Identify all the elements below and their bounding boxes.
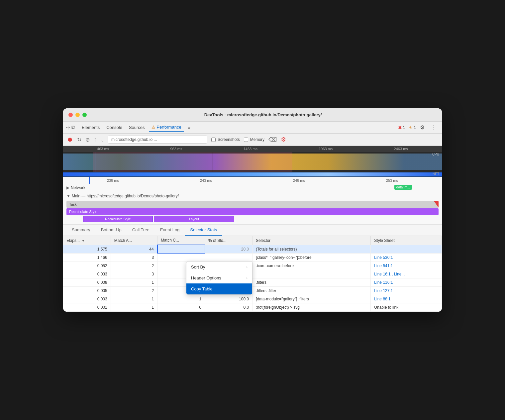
ms-label-1: 463 ms	[97, 147, 109, 151]
recalc-inner-bar: Recalculate Style	[83, 216, 153, 222]
tab-console[interactable]: Console	[104, 124, 125, 131]
sheet-link[interactable]: Line 541:1	[374, 263, 393, 268]
clear-button[interactable]: ⌫	[268, 136, 277, 143]
cell-matcha: 3	[111, 270, 157, 278]
context-menu-copy-table[interactable]: Copy Table	[186, 283, 252, 294]
cell-elapsed: 0.003	[63, 295, 111, 303]
tab-more[interactable]: »	[185, 124, 193, 131]
screenshots-label: Screenshots	[218, 137, 240, 142]
settings-button[interactable]: ⚙	[417, 123, 427, 132]
context-menu-header-options[interactable]: Header Options ›	[186, 272, 252, 283]
cell-selector: .icon--camera::before	[252, 262, 371, 270]
tab-call-tree[interactable]: Call Tree	[127, 225, 155, 236]
error-badge: ✖ 1	[398, 125, 405, 130]
inspect-icon[interactable]: ⊹	[66, 124, 70, 131]
tab-selector-stats[interactable]: Selector Stats	[185, 225, 222, 236]
upload-button[interactable]: ↑	[94, 136, 97, 143]
device-icon[interactable]: ⧉	[71, 125, 75, 131]
sheet-link[interactable]: Line 127:1	[374, 288, 393, 293]
cell-elapsed: 1.466	[63, 253, 111, 262]
data-chip: data:im...	[394, 185, 412, 189]
timeline-time-row: 238 ms 243 ms 248 ms 253 ms	[63, 177, 442, 184]
tab-elements[interactable]: Elements	[79, 124, 102, 131]
settings-perf-button[interactable]: ⚙	[281, 136, 286, 143]
warning-badge: ⚠ 1	[408, 125, 416, 130]
stop-button[interactable]: ⊘	[85, 137, 90, 143]
tab-performance[interactable]: ⚠ Performance	[149, 123, 184, 132]
cell-matchc: 0	[157, 303, 205, 311]
cell-sheet: Unable to link	[371, 303, 442, 311]
time-label-1: 238 ms	[107, 178, 119, 182]
devtools-window: DevTools - microsoftedge.github.io/Demos…	[63, 108, 442, 312]
col-elapsed[interactable]: Elaps... ▼	[63, 236, 111, 245]
sheet-link[interactable]: Line 530:1	[374, 255, 393, 260]
cell-matchc	[157, 245, 205, 253]
timeline-container: 463 ms 963 ms 1463 ms 1963 ms 2463 ms CP…	[63, 146, 442, 177]
col-stylesheet[interactable]: Style Sheet	[371, 236, 442, 245]
error-icon: ✖	[398, 125, 402, 130]
tab-sources[interactable]: Sources	[126, 124, 148, 131]
cell-sheet: Line 541:1	[371, 262, 442, 270]
col-pct[interactable]: % of Slo...	[205, 236, 252, 245]
sheet-link[interactable]: Line 116:1	[374, 280, 393, 285]
memory-checkbox-group: Memory	[244, 137, 264, 142]
download-button[interactable]: ↓	[101, 136, 104, 143]
screenshots-checkbox-group: Screenshots	[211, 137, 240, 142]
cell-matcha: 3	[111, 253, 157, 262]
bottom-panel: Summary Bottom-Up Call Tree Event Log Se…	[63, 225, 442, 312]
cell-selector: [class*=" gallery-icon--"]::before	[252, 253, 371, 262]
table-row[interactable]: 1.466 3 [class*=" gallery-icon--"]::befo…	[63, 253, 442, 262]
record-button[interactable]: ⏺	[67, 136, 73, 143]
minimize-button[interactable]	[75, 113, 80, 117]
cell-elapsed: 0.005	[63, 286, 111, 295]
warning-count: 1	[414, 125, 416, 130]
recalc-label: Recalculate Style	[69, 210, 97, 214]
cell-sheet: Line 88:1	[371, 295, 442, 303]
maximize-button[interactable]	[82, 113, 87, 117]
cell-matchc: 1	[157, 295, 205, 303]
time-label-3: 248 ms	[293, 178, 305, 182]
sheet-link[interactable]: Line 16:1 , Line...	[374, 272, 405, 276]
cell-matcha: 1	[111, 295, 157, 303]
col-selector[interactable]: Selector	[252, 236, 371, 245]
table-row[interactable]: 0.003 1 1 100.0 [data-module="gallery"] …	[63, 295, 442, 303]
main-expand-icon[interactable]: ▼	[66, 194, 70, 198]
selector-stats-table: Elaps... ▼ Match A... Match C... % of Sl…	[63, 236, 442, 312]
timeline-lower: 238 ms 243 ms 248 ms 253 ms ▶ Network da…	[63, 177, 442, 225]
error-count: 1	[403, 125, 405, 130]
table-row[interactable]: 1.575 44 20.0 (Totals for all selectors)	[63, 245, 442, 253]
cell-matchc	[157, 253, 205, 262]
cell-matcha: 44	[111, 245, 157, 253]
cpu-chart[interactable]: CPU	[63, 152, 442, 172]
more-options-button[interactable]: ⋮	[429, 123, 439, 132]
table-header-row: Elaps... ▼ Match A... Match C... % of Sl…	[63, 236, 442, 245]
refresh-button[interactable]: ↻	[77, 137, 81, 143]
sheet-link[interactable]: Line 88:1	[374, 297, 390, 301]
time-label-4: 253 ms	[386, 178, 398, 182]
table-container[interactable]: Elaps... ▼ Match A... Match C... % of Sl…	[63, 236, 442, 312]
table-row[interactable]: 0.001 1 0 0.0 :not(foreignObject) > svg …	[63, 303, 442, 311]
ms-label-3: 1463 ms	[244, 147, 257, 151]
cell-selector: [data-module="gallery"] .filters	[252, 295, 371, 303]
cell-elapsed: 0.033	[63, 270, 111, 278]
cell-matcha: 2	[111, 286, 157, 295]
col-matcha[interactable]: Match A...	[111, 236, 157, 245]
screenshots-checkbox[interactable]	[211, 138, 216, 142]
net-chart[interactable]: NET	[63, 172, 442, 177]
network-row: ▶ Network data:im...	[63, 184, 442, 192]
chevron-right-icon: ›	[247, 276, 248, 280]
tab-summary[interactable]: Summary	[66, 225, 96, 236]
col-matchc[interactable]: Match C...	[157, 236, 205, 245]
ms-labels-row: 463 ms 963 ms 1463 ms 1963 ms 2463 ms	[63, 146, 442, 152]
url-input[interactable]	[108, 136, 207, 144]
ms-label-4: 1963 ms	[319, 147, 333, 151]
tab-event-log[interactable]: Event Log	[155, 225, 185, 236]
cell-matcha: 1	[111, 303, 157, 311]
cell-pct: 0.0	[205, 303, 252, 311]
ms-label-5: 2463 ms	[394, 147, 408, 151]
close-button[interactable]	[68, 113, 73, 117]
tab-bottom-up[interactable]: Bottom-Up	[96, 225, 127, 236]
memory-checkbox[interactable]	[244, 138, 248, 142]
context-menu-sort-by[interactable]: Sort By ›	[186, 262, 252, 272]
network-expand-icon[interactable]: ▶	[66, 185, 69, 190]
